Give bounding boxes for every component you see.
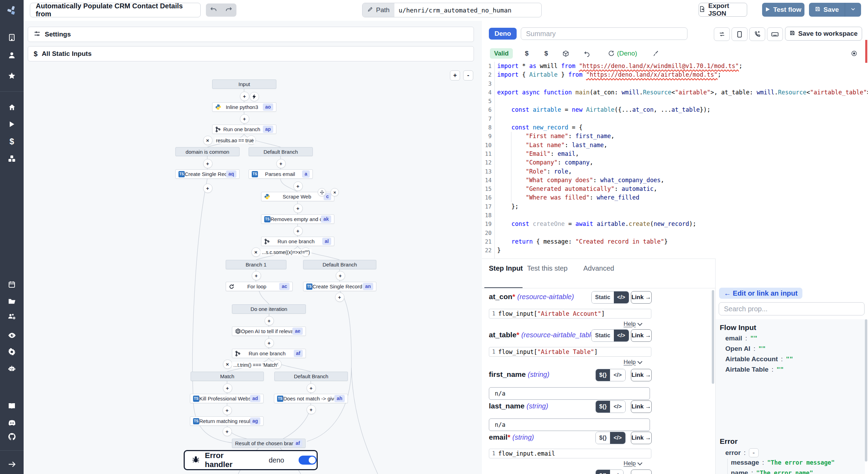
webhook-phone-icon[interactable]	[749, 27, 765, 41]
help-link-email[interactable]: Help	[624, 460, 642, 467]
reset-undo-icon[interactable]	[581, 49, 593, 58]
export-json-button[interactable]: Export JSON	[699, 3, 747, 17]
field-mode-toggle-first_name[interactable]: ${}</>	[595, 369, 626, 381]
flow-node-default-branch-3[interactable]: Default Branch	[274, 372, 348, 381]
runs-play-icon[interactable]	[0, 117, 24, 131]
add-step-icon[interactable]: +	[252, 271, 261, 280]
add-step-icon[interactable]: +	[223, 406, 232, 415]
flow-node-inline-python3[interactable]: Inline python3ao	[212, 102, 276, 112]
schedules-calendar-icon[interactable]	[0, 278, 24, 291]
workspace-building-icon[interactable]	[0, 31, 24, 44]
summary-input[interactable]: Summary	[521, 27, 687, 40]
add-step-icon[interactable]: +	[223, 383, 232, 393]
flow-node-input[interactable]: Input	[212, 79, 276, 89]
add-step-icon[interactable]: +	[307, 405, 316, 414]
expr-editor-email[interactable]: 1flow_input.email	[489, 449, 651, 458]
static-dollar-icon[interactable]: $	[521, 49, 533, 58]
link-button-last_name[interactable]: Link →	[631, 400, 652, 413]
next-field-link-partial[interactable]	[631, 469, 652, 474]
link-button-first_name[interactable]: Link →	[631, 369, 652, 381]
flow-node-removes-empty-duplicates[interactable]: TSRemoves empty and duplicatesak	[261, 214, 334, 224]
close-icon[interactable]: ×	[331, 188, 339, 196]
language-badge[interactable]: Deno	[489, 28, 517, 40]
save-dropdown-button[interactable]	[845, 3, 861, 17]
add-step-icon[interactable]: +	[265, 338, 274, 348]
error-prop-message[interactable]: message:"The error message"	[731, 459, 835, 466]
flow-node-default-branch-2[interactable]: Default Branch	[303, 260, 376, 269]
tab-test-this-step[interactable]: Test this step	[527, 264, 568, 272]
field-mode-toggle-last_name[interactable]: ${}</>	[595, 400, 626, 413]
next-field-toggle-partial[interactable]: ${}</>	[595, 469, 624, 474]
flow-input-prop-Airtable Account[interactable]: Airtable Account:""	[725, 355, 793, 363]
audit-eye-icon[interactable]	[0, 328, 24, 342]
flow-node-run-one-branch-al[interactable]: Run one branchal	[261, 237, 334, 246]
remove-branch-icon[interactable]: ×	[203, 136, 212, 145]
flow-node-for-loop[interactable]: For loopac	[226, 282, 293, 291]
expr-editor-at_con[interactable]: 1flow_input["Airtable Account"]	[489, 309, 651, 319]
add-step-icon[interactable]: +	[265, 316, 274, 325]
text-input-first_name[interactable]: n/a	[489, 387, 650, 400]
search-prop-input[interactable]: Search prop...	[719, 302, 865, 315]
add-step-icon[interactable]: +	[203, 159, 212, 168]
add-step-icon[interactable]: +	[203, 184, 212, 193]
error-handler-toggle[interactable]	[299, 456, 317, 465]
move-icon[interactable]	[318, 188, 326, 196]
field-mode-toggle-email[interactable]: ${}</>	[595, 432, 626, 444]
error-handler-node[interactable]: Error handler deno	[184, 450, 318, 470]
flow-node-create-single-record-an[interactable]: TSCreate Single Record (Airtable)an	[303, 282, 376, 291]
flow-node-domain-is-common[interactable]: domain is common	[175, 147, 240, 156]
flow-node-match[interactable]: Match	[191, 372, 264, 381]
link-button-at_con[interactable]: Link →	[631, 291, 652, 304]
add-step-icon[interactable]: +	[293, 204, 303, 213]
code-editor[interactable]: 1import * as wmill from "https://deno.la…	[482, 62, 868, 260]
add-step-icon[interactable]: +	[240, 92, 249, 101]
groups-users-icon[interactable]	[0, 310, 24, 323]
step-panel-scrollbar[interactable]	[712, 290, 714, 384]
flow-node-kill-professional-websites[interactable]: TSKill Professional Websites mentionsad	[190, 394, 264, 403]
add-step-icon[interactable]: +	[223, 427, 232, 436]
expand-arrow-icon[interactable]	[0, 457, 24, 471]
trigger-bolt-icon[interactable]	[250, 92, 259, 101]
user-icon[interactable]	[0, 48, 24, 62]
windmill-logo-icon[interactable]	[0, 3, 24, 17]
save-to-workspace-button[interactable]: Save to workspace	[785, 27, 862, 41]
discord-icon[interactable]	[0, 416, 24, 430]
flow-node-create-single-record-aq[interactable]: TSCreate Single Record (Airtable)aq	[175, 169, 240, 179]
link-button-at_table[interactable]: Link →	[631, 329, 652, 342]
home-icon[interactable]	[0, 100, 24, 114]
remove-branch-icon[interactable]: ×	[223, 359, 232, 369]
add-step-icon[interactable]: +	[293, 226, 303, 236]
save-button[interactable]: Save	[809, 3, 845, 17]
help-link-at_table[interactable]: Help	[624, 359, 642, 366]
docs-book-icon[interactable]	[0, 399, 24, 413]
field-mode-toggle-at_con[interactable]: Static</>	[591, 291, 629, 304]
flow-node-parses-email[interactable]: TSParses emaila	[249, 169, 313, 179]
flow-node-branch-1[interactable]: Branch 1	[226, 260, 286, 269]
add-step-icon[interactable]: +	[335, 293, 344, 302]
flow-input-prop-Open AI[interactable]: Open AI:""	[725, 345, 766, 353]
flow-input-prop-Airtable Table[interactable]: Airtable Table:""	[725, 366, 784, 373]
flow-node-return-matching-result[interactable]: TSReturn matching resultag	[190, 416, 264, 426]
path-field[interactable]: Path u/henri/crm_automated_no_human	[362, 3, 542, 17]
path-value[interactable]: u/henri/crm_automated_no_human	[394, 3, 516, 17]
sync-arrows-icon[interactable]	[714, 27, 730, 41]
error-root-row[interactable]: error: -	[725, 448, 759, 457]
favorites-star-icon[interactable]	[0, 69, 24, 83]
expr-editor-at_table[interactable]: 1flow_input["Airtable Table"]	[489, 347, 651, 357]
tab-step-input[interactable]: Step Input	[489, 264, 523, 272]
add-step-icon[interactable]: +	[240, 114, 249, 124]
package-box-icon[interactable]	[560, 49, 571, 58]
redo-icon[interactable]	[225, 6, 233, 15]
runtime-reload[interactable]: (Deno)	[603, 49, 642, 58]
mobile-view-icon[interactable]	[732, 27, 748, 41]
variables-dollar-icon[interactable]: $	[0, 135, 24, 149]
error-prop-name[interactable]: name:"The error name"	[731, 469, 813, 474]
remove-branch-icon[interactable]: ×	[251, 247, 261, 257]
flow-title-input[interactable]: Automatically Populate CRM Contact Detai…	[30, 3, 201, 17]
link-button-email[interactable]: Link →	[631, 432, 652, 444]
tab-advanced[interactable]: Advanced	[583, 264, 614, 272]
panel-toggle-icon[interactable]	[848, 49, 860, 58]
flow-input-prop-email[interactable]: email:""	[725, 335, 757, 342]
collapse-box[interactable]: -	[749, 448, 759, 457]
format-brush-icon[interactable]	[650, 49, 661, 58]
